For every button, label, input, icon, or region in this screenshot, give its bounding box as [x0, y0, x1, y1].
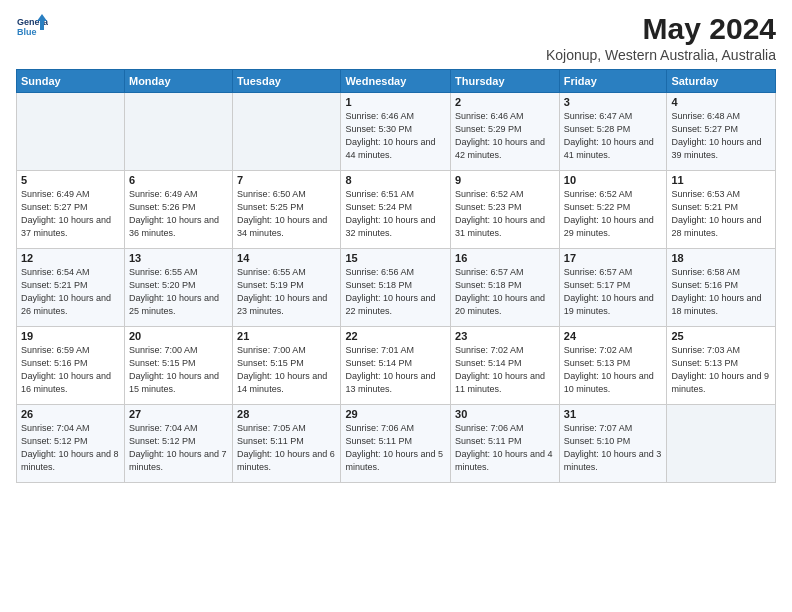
- day-info: Sunrise: 6:59 AM Sunset: 5:16 PM Dayligh…: [21, 344, 120, 396]
- calendar-cell: 14Sunrise: 6:55 AM Sunset: 5:19 PM Dayli…: [233, 249, 341, 327]
- calendar-cell: 17Sunrise: 6:57 AM Sunset: 5:17 PM Dayli…: [559, 249, 667, 327]
- day-info: Sunrise: 6:48 AM Sunset: 5:27 PM Dayligh…: [671, 110, 771, 162]
- calendar-cell: 27Sunrise: 7:04 AM Sunset: 5:12 PM Dayli…: [124, 405, 232, 483]
- calendar-week-row: 5Sunrise: 6:49 AM Sunset: 5:27 PM Daylig…: [17, 171, 776, 249]
- calendar-cell: 31Sunrise: 7:07 AM Sunset: 5:10 PM Dayli…: [559, 405, 667, 483]
- calendar-week-row: 19Sunrise: 6:59 AM Sunset: 5:16 PM Dayli…: [17, 327, 776, 405]
- day-number: 8: [345, 174, 446, 186]
- logo-svg: General Blue: [16, 12, 48, 44]
- day-number: 6: [129, 174, 228, 186]
- calendar-cell: 25Sunrise: 7:03 AM Sunset: 5:13 PM Dayli…: [667, 327, 776, 405]
- calendar-cell: 1Sunrise: 6:46 AM Sunset: 5:30 PM Daylig…: [341, 93, 451, 171]
- day-number: 19: [21, 330, 120, 342]
- calendar-cell: 12Sunrise: 6:54 AM Sunset: 5:21 PM Dayli…: [17, 249, 125, 327]
- calendar-cell: 8Sunrise: 6:51 AM Sunset: 5:24 PM Daylig…: [341, 171, 451, 249]
- svg-text:Blue: Blue: [17, 27, 37, 37]
- day-header: Thursday: [451, 70, 560, 93]
- calendar-cell: [124, 93, 232, 171]
- day-number: 20: [129, 330, 228, 342]
- calendar-cell: 28Sunrise: 7:05 AM Sunset: 5:11 PM Dayli…: [233, 405, 341, 483]
- calendar-cell: [233, 93, 341, 171]
- day-number: 31: [564, 408, 663, 420]
- calendar-cell: 22Sunrise: 7:01 AM Sunset: 5:14 PM Dayli…: [341, 327, 451, 405]
- day-info: Sunrise: 6:46 AM Sunset: 5:29 PM Dayligh…: [455, 110, 555, 162]
- calendar-week-row: 1Sunrise: 6:46 AM Sunset: 5:30 PM Daylig…: [17, 93, 776, 171]
- day-number: 4: [671, 96, 771, 108]
- day-number: 29: [345, 408, 446, 420]
- calendar: SundayMondayTuesdayWednesdayThursdayFrid…: [16, 69, 776, 483]
- day-info: Sunrise: 7:06 AM Sunset: 5:11 PM Dayligh…: [455, 422, 555, 474]
- calendar-header-row: SundayMondayTuesdayWednesdayThursdayFrid…: [17, 70, 776, 93]
- day-info: Sunrise: 6:51 AM Sunset: 5:24 PM Dayligh…: [345, 188, 446, 240]
- day-info: Sunrise: 7:00 AM Sunset: 5:15 PM Dayligh…: [237, 344, 336, 396]
- main-title: May 2024: [546, 12, 776, 45]
- day-header: Tuesday: [233, 70, 341, 93]
- day-info: Sunrise: 6:47 AM Sunset: 5:28 PM Dayligh…: [564, 110, 663, 162]
- calendar-cell: 19Sunrise: 6:59 AM Sunset: 5:16 PM Dayli…: [17, 327, 125, 405]
- day-header: Wednesday: [341, 70, 451, 93]
- day-number: 10: [564, 174, 663, 186]
- day-number: 17: [564, 252, 663, 264]
- day-number: 27: [129, 408, 228, 420]
- day-info: Sunrise: 7:05 AM Sunset: 5:11 PM Dayligh…: [237, 422, 336, 474]
- day-number: 16: [455, 252, 555, 264]
- day-number: 26: [21, 408, 120, 420]
- day-info: Sunrise: 6:57 AM Sunset: 5:17 PM Dayligh…: [564, 266, 663, 318]
- logo: General Blue: [16, 12, 48, 44]
- day-info: Sunrise: 6:58 AM Sunset: 5:16 PM Dayligh…: [671, 266, 771, 318]
- calendar-week-row: 26Sunrise: 7:04 AM Sunset: 5:12 PM Dayli…: [17, 405, 776, 483]
- day-header: Monday: [124, 70, 232, 93]
- day-number: 11: [671, 174, 771, 186]
- day-info: Sunrise: 7:00 AM Sunset: 5:15 PM Dayligh…: [129, 344, 228, 396]
- calendar-cell: 20Sunrise: 7:00 AM Sunset: 5:15 PM Dayli…: [124, 327, 232, 405]
- day-number: 3: [564, 96, 663, 108]
- day-info: Sunrise: 7:04 AM Sunset: 5:12 PM Dayligh…: [21, 422, 120, 474]
- day-number: 22: [345, 330, 446, 342]
- calendar-week-row: 12Sunrise: 6:54 AM Sunset: 5:21 PM Dayli…: [17, 249, 776, 327]
- day-header: Sunday: [17, 70, 125, 93]
- day-info: Sunrise: 6:49 AM Sunset: 5:26 PM Dayligh…: [129, 188, 228, 240]
- day-info: Sunrise: 6:52 AM Sunset: 5:23 PM Dayligh…: [455, 188, 555, 240]
- day-number: 13: [129, 252, 228, 264]
- day-number: 14: [237, 252, 336, 264]
- day-info: Sunrise: 7:01 AM Sunset: 5:14 PM Dayligh…: [345, 344, 446, 396]
- day-header: Friday: [559, 70, 667, 93]
- day-info: Sunrise: 7:02 AM Sunset: 5:14 PM Dayligh…: [455, 344, 555, 396]
- day-number: 5: [21, 174, 120, 186]
- calendar-cell: 7Sunrise: 6:50 AM Sunset: 5:25 PM Daylig…: [233, 171, 341, 249]
- day-info: Sunrise: 6:55 AM Sunset: 5:19 PM Dayligh…: [237, 266, 336, 318]
- day-number: 2: [455, 96, 555, 108]
- day-info: Sunrise: 6:50 AM Sunset: 5:25 PM Dayligh…: [237, 188, 336, 240]
- title-block: May 2024 Kojonup, Western Australia, Aus…: [546, 12, 776, 63]
- day-info: Sunrise: 7:04 AM Sunset: 5:12 PM Dayligh…: [129, 422, 228, 474]
- day-number: 15: [345, 252, 446, 264]
- calendar-cell: 30Sunrise: 7:06 AM Sunset: 5:11 PM Dayli…: [451, 405, 560, 483]
- day-info: Sunrise: 6:57 AM Sunset: 5:18 PM Dayligh…: [455, 266, 555, 318]
- calendar-cell: 21Sunrise: 7:00 AM Sunset: 5:15 PM Dayli…: [233, 327, 341, 405]
- day-number: 9: [455, 174, 555, 186]
- calendar-cell: 26Sunrise: 7:04 AM Sunset: 5:12 PM Dayli…: [17, 405, 125, 483]
- page: General Blue May 2024 Kojonup, Western A…: [0, 0, 792, 612]
- calendar-cell: [17, 93, 125, 171]
- calendar-cell: 24Sunrise: 7:02 AM Sunset: 5:13 PM Dayli…: [559, 327, 667, 405]
- calendar-cell: [667, 405, 776, 483]
- calendar-cell: 23Sunrise: 7:02 AM Sunset: 5:14 PM Dayli…: [451, 327, 560, 405]
- day-number: 23: [455, 330, 555, 342]
- calendar-cell: 29Sunrise: 7:06 AM Sunset: 5:11 PM Dayli…: [341, 405, 451, 483]
- calendar-cell: 6Sunrise: 6:49 AM Sunset: 5:26 PM Daylig…: [124, 171, 232, 249]
- day-number: 7: [237, 174, 336, 186]
- calendar-cell: 4Sunrise: 6:48 AM Sunset: 5:27 PM Daylig…: [667, 93, 776, 171]
- calendar-cell: 16Sunrise: 6:57 AM Sunset: 5:18 PM Dayli…: [451, 249, 560, 327]
- day-number: 24: [564, 330, 663, 342]
- calendar-cell: 2Sunrise: 6:46 AM Sunset: 5:29 PM Daylig…: [451, 93, 560, 171]
- calendar-cell: 10Sunrise: 6:52 AM Sunset: 5:22 PM Dayli…: [559, 171, 667, 249]
- day-info: Sunrise: 6:49 AM Sunset: 5:27 PM Dayligh…: [21, 188, 120, 240]
- calendar-cell: 3Sunrise: 6:47 AM Sunset: 5:28 PM Daylig…: [559, 93, 667, 171]
- day-number: 1: [345, 96, 446, 108]
- calendar-cell: 15Sunrise: 6:56 AM Sunset: 5:18 PM Dayli…: [341, 249, 451, 327]
- day-number: 25: [671, 330, 771, 342]
- day-number: 21: [237, 330, 336, 342]
- day-number: 12: [21, 252, 120, 264]
- day-info: Sunrise: 6:52 AM Sunset: 5:22 PM Dayligh…: [564, 188, 663, 240]
- day-info: Sunrise: 7:02 AM Sunset: 5:13 PM Dayligh…: [564, 344, 663, 396]
